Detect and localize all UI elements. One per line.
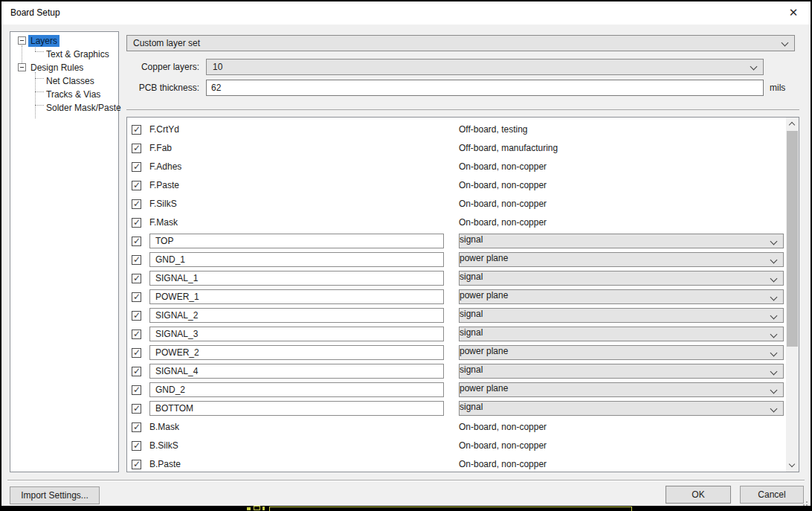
chevron-down-icon (770, 405, 778, 413)
layer-name-label: B.Mask (149, 422, 179, 432)
scroll-down-icon[interactable] (786, 459, 799, 472)
layer-enable-checkbox[interactable]: ✓ (132, 218, 141, 228)
layer-enable-checkbox[interactable]: ✓ (132, 441, 141, 451)
layer-name-input[interactable] (149, 401, 444, 416)
layer-enable-checkbox[interactable]: ✓ (132, 181, 141, 190)
layer-enable-checkbox[interactable]: ✓ (132, 125, 141, 135)
check-icon: ✓ (133, 124, 141, 135)
layer-enable-checkbox[interactable]: ✓ (132, 348, 141, 358)
close-icon[interactable]: ✕ (786, 5, 801, 20)
pcb-trace (262, 507, 265, 510)
layer-enable-checkbox[interactable]: ✓ (132, 385, 141, 395)
layer-enable-checkbox[interactable]: ✓ (132, 162, 141, 172)
layer-type-select[interactable]: power plane (459, 382, 784, 397)
layer-type-select[interactable]: power plane (459, 289, 784, 304)
chevron-down-icon (770, 238, 778, 245)
check-icon: ✓ (133, 310, 141, 321)
layer-row: ✓B.SilkSOn-board, non-copper (127, 437, 786, 455)
resize-grip[interactable] (806, 501, 808, 503)
chevron-down-icon (770, 368, 778, 376)
layer-type-select[interactable]: power plane (459, 252, 784, 267)
layer-type-value: signal (460, 402, 483, 412)
layer-description: Off-board, manufacturing (459, 143, 558, 153)
chevron-down-icon (770, 257, 778, 264)
layer-row: ✓signal (127, 325, 786, 344)
layer-name-label: B.SilkS (149, 440, 178, 451)
copper-layers-select[interactable]: 10 (206, 59, 764, 75)
layer-type-select[interactable]: signal (459, 401, 784, 416)
layer-type-select[interactable]: signal (459, 308, 784, 323)
sidebar-item-label: Net Classes (44, 75, 97, 87)
sidebar-item-text-graphics[interactable]: Text & Graphics (10, 48, 112, 60)
layer-enable-checkbox[interactable]: ✓ (132, 404, 141, 414)
cancel-button[interactable]: Cancel (740, 486, 804, 504)
import-settings-button[interactable]: Import Settings... (10, 486, 100, 504)
layer-name-input[interactable] (149, 345, 444, 360)
collapse-icon[interactable] (18, 63, 26, 71)
scroll-up-icon[interactable] (786, 118, 799, 130)
ok-button[interactable]: OK (666, 486, 731, 504)
check-icon: ✓ (133, 180, 141, 190)
sidebar-item-design-rules[interactable]: Design Rules (10, 62, 86, 74)
layer-name-input[interactable] (149, 234, 444, 248)
settings-tree: LayersText & GraphicsDesign RulesNet Cla… (10, 31, 119, 472)
layer-enable-checkbox[interactable]: ✓ (132, 199, 141, 209)
layer-type-value: power plane (460, 290, 508, 301)
check-icon: ✓ (133, 199, 141, 209)
layer-name-input[interactable] (149, 289, 444, 304)
layer-enable-checkbox[interactable]: ✓ (132, 460, 141, 469)
layer-type-select[interactable]: power plane (459, 345, 784, 360)
layer-enable-checkbox[interactable]: ✓ (132, 367, 141, 376)
layer-type-select[interactable]: signal (459, 234, 784, 248)
cancel-label: Cancel (758, 486, 785, 500)
layer-description: On-board, non-copper (459, 459, 547, 469)
import-settings-label: Import Settings... (21, 487, 88, 501)
layer-type-value: signal (460, 309, 483, 319)
layer-row: ✓power plane (127, 344, 786, 362)
check-icon: ✓ (133, 403, 141, 414)
layer-preset-select[interactable]: Custom layer set (126, 35, 795, 51)
layer-enable-checkbox[interactable]: ✓ (132, 237, 141, 246)
layer-name-input[interactable] (149, 382, 444, 397)
chevron-down-icon (770, 331, 778, 338)
sidebar-item-net-classes[interactable]: Net Classes (10, 75, 97, 87)
layer-type-value: signal (460, 271, 483, 282)
layer-name-input[interactable] (149, 252, 444, 267)
layer-type-value: signal (460, 364, 483, 375)
layer-name-input[interactable] (149, 327, 444, 341)
layer-description: On-board, non-copper (459, 199, 547, 209)
check-icon: ✓ (133, 254, 141, 265)
layer-enable-checkbox[interactable]: ✓ (132, 255, 141, 265)
layer-type-select[interactable]: signal (459, 327, 784, 341)
layer-type-select[interactable]: signal (459, 271, 784, 286)
layer-name-input[interactable] (149, 308, 444, 323)
layer-name-label: F.CrtYd (149, 124, 179, 135)
sidebar-item-tracks-vias[interactable]: Tracks & Vias (10, 89, 103, 100)
sidebar-item-solder-mask-paste[interactable]: Solder Mask/Paste (10, 102, 123, 114)
scrollbar-thumb[interactable] (787, 131, 798, 347)
sidebar-item-label: Design Rules (28, 62, 86, 74)
layer-enable-checkbox[interactable]: ✓ (132, 311, 141, 321)
layer-enable-checkbox[interactable]: ✓ (132, 292, 141, 302)
check-icon: ✓ (133, 329, 141, 339)
layer-type-select[interactable]: signal (459, 364, 784, 379)
check-icon: ✓ (133, 236, 141, 246)
sidebar-item-layers[interactable]: Layers (10, 35, 59, 47)
layer-row: ✓power plane (127, 251, 786, 269)
layer-enable-checkbox[interactable]: ✓ (132, 330, 141, 339)
layer-enable-checkbox[interactable]: ✓ (132, 274, 141, 283)
layer-row: ✓F.PasteOn-board, non-copper (127, 176, 786, 195)
window-title: Board Setup (10, 7, 60, 18)
pcb-thickness-input[interactable] (206, 80, 764, 96)
layer-name-input[interactable] (149, 364, 444, 379)
scrollbar[interactable] (786, 118, 799, 472)
collapse-icon[interactable] (18, 36, 26, 45)
layer-name-input[interactable] (149, 271, 444, 286)
layer-enable-checkbox[interactable]: ✓ (132, 422, 141, 432)
layer-type-value: power plane (460, 253, 508, 263)
title-bar[interactable]: Board Setup ✕ (1, 1, 811, 25)
layer-description: Off-board, testing (459, 124, 528, 135)
layer-row: ✓B.MaskOn-board, non-copper (127, 418, 786, 437)
layer-enable-checkbox[interactable]: ✓ (132, 144, 141, 153)
layer-type-value: signal (460, 327, 483, 338)
